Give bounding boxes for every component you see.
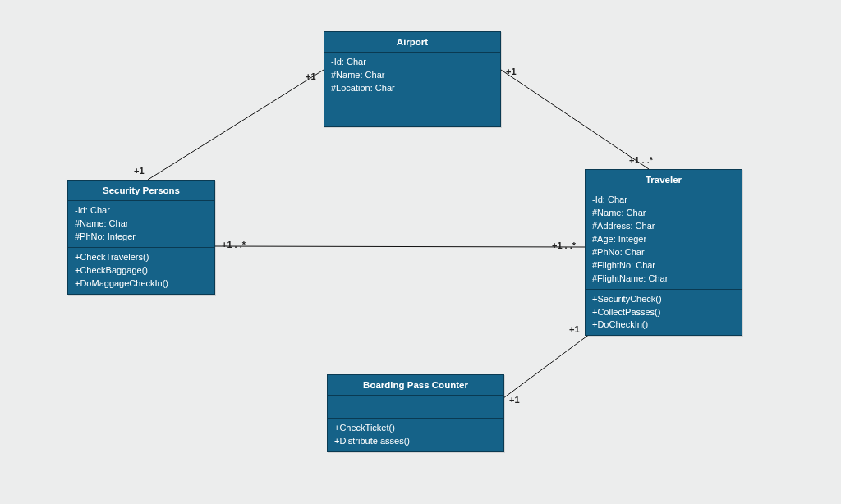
uml-canvas: Airport -Id: Char #Name: Char #Location:… (0, 0, 841, 504)
mult-traveler-top: +1 . .* (629, 155, 653, 165)
mult-traveler-left-low: +1 (569, 324, 580, 334)
mult-security-right: +1 . .* (222, 240, 246, 250)
attr: #Age: Integer (592, 233, 735, 246)
class-security-persons[interactable]: Security Persons -Id: Char #Name: Char #… (67, 180, 215, 295)
method: +CheckTravelers() (75, 251, 208, 264)
attributes-section: -Id: Char #Name: Char #PhNo: Integer (68, 200, 214, 247)
attr: -Id: Char (331, 56, 494, 69)
attr: #PhNo: Char (592, 246, 735, 259)
class-title: Security Persons (68, 181, 214, 200)
class-airport[interactable]: Airport -Id: Char #Name: Char #Location:… (324, 31, 501, 127)
methods-section: +SecurityCheck() +CollectPasses() +DoChe… (586, 289, 742, 336)
methods-section: +CheckTravelers() +CheckBaggage() +DoMag… (68, 247, 214, 294)
attr: #PhNo: Integer (75, 231, 208, 244)
attributes-section: -Id: Char #Name: Char #Location: Char (324, 52, 500, 99)
methods-section: +CheckTicket() +Distribute asses() (328, 418, 503, 451)
attr: #FlightName: Char (592, 273, 735, 286)
mult-airport-left: +1 (306, 71, 316, 81)
svg-line-0 (148, 70, 324, 180)
attr: #Name: Char (75, 218, 208, 231)
method: +Distribute asses() (334, 435, 497, 448)
method: +DoMaggageCheckIn() (75, 277, 208, 291)
mult-boarding-right: +1 (509, 395, 520, 405)
svg-line-3 (503, 332, 593, 398)
attr: #Location: Char (331, 82, 494, 95)
methods-section (324, 99, 500, 126)
svg-line-2 (215, 246, 585, 247)
method: +CheckBaggage() (75, 264, 208, 277)
method: +CollectPasses() (592, 306, 735, 319)
method: +SecurityCheck() (592, 293, 735, 306)
method: +DoCheckIn() (592, 318, 735, 332)
method: +CheckTicket() (334, 422, 497, 435)
svg-line-1 (501, 70, 649, 169)
class-title: Boarding Pass Counter (328, 375, 503, 395)
attr: -Id: Char (75, 204, 208, 218)
attr: #Address: Char (592, 220, 735, 233)
mult-traveler-left-mid: +1 . .* (552, 241, 576, 250)
class-boarding-pass-counter[interactable]: Boarding Pass Counter +CheckTicket() +Di… (327, 374, 504, 452)
class-title: Traveler (586, 170, 742, 190)
attributes-section (328, 395, 503, 418)
class-title: Airport (324, 32, 500, 52)
attr: #Name: Char (592, 207, 735, 220)
attributes-section: -Id: Char #Name: Char #Address: Char #Ag… (586, 190, 742, 289)
mult-airport-right: +1 (506, 66, 517, 76)
attr: #Name: Char (331, 69, 494, 82)
attr: #FlightNo: Char (592, 259, 735, 273)
attr: -Id: Char (592, 194, 735, 207)
mult-security-top: +1 (134, 166, 145, 176)
class-traveler[interactable]: Traveler -Id: Char #Name: Char #Address:… (585, 169, 742, 336)
